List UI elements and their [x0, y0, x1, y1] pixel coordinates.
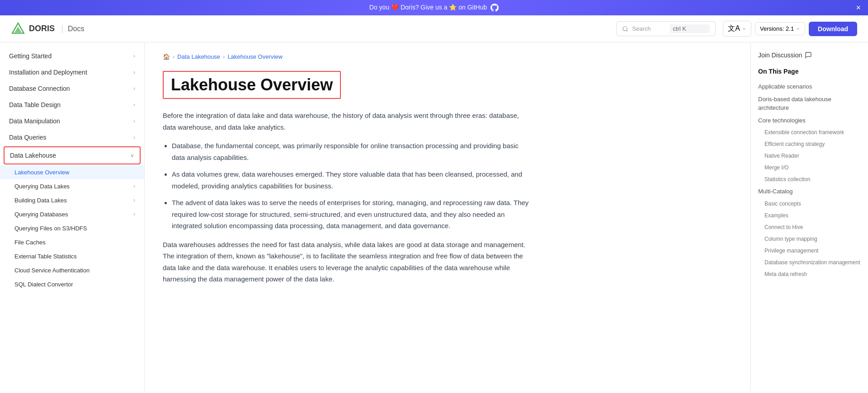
sidebar-item-label: Data Manipulation	[9, 117, 60, 125]
search-box[interactable]: Search ctrl K	[616, 21, 716, 36]
content-area: 🏠 › Data Lakehouse › Lakehouse Overview …	[145, 42, 750, 391]
on-this-page-title: On This Page	[758, 68, 861, 75]
toc-item-privilege-management[interactable]: Privilege management	[758, 245, 861, 257]
sidebar-child-cloud-service-auth[interactable]: Cloud Service Authentication	[0, 263, 144, 277]
toc-item-statistics-collection[interactable]: Statistics collection	[758, 173, 861, 185]
join-discussion-label: Join Discussion	[758, 51, 802, 59]
search-shortcut: ctrl K	[670, 24, 710, 33]
breadcrumb-home[interactable]: 🏠	[163, 53, 170, 60]
sidebar-item-label: Getting Started	[9, 52, 52, 60]
child-label: Lakehouse Overview	[14, 169, 69, 176]
breadcrumb-sep-1: ›	[173, 53, 175, 60]
doris-logo-icon	[11, 22, 25, 36]
content-body: Before the integration of data lake and …	[163, 110, 533, 285]
chevron-right-icon: ›	[133, 118, 135, 124]
sidebar-child-lakehouse-overview[interactable]: Lakehouse Overview	[0, 165, 144, 179]
toc-item-basic-concepts[interactable]: Basic concepts	[758, 198, 861, 210]
toc-item-examples[interactable]: Examples	[758, 210, 861, 221]
sidebar-item-label: Installation and Deployment	[9, 69, 87, 76]
breadcrumb-parent[interactable]: Data Lakehouse	[177, 53, 220, 60]
toc-item-core-technologies[interactable]: Core technologies	[758, 114, 861, 127]
bullet-text-2: As data volumes grew, data warehouses em…	[172, 170, 522, 190]
svg-point-2	[623, 27, 627, 31]
sidebar-child-building-data-lakes[interactable]: Building Data Lakes ›	[0, 193, 144, 207]
toc-item-column-type-mapping[interactable]: Column type mapping	[758, 233, 861, 245]
list-item-1: Database, the fundamental concept, was p…	[172, 140, 533, 163]
versions-button[interactable]: Versions: 2.1	[755, 22, 805, 35]
child-label: Querying Data Lakes	[14, 183, 70, 190]
sidebar-child-querying-files[interactable]: Querying Files on S3/HDFS	[0, 221, 144, 235]
bullet-text-1: Database, the fundamental concept, was p…	[172, 142, 519, 161]
join-discussion[interactable]: Join Discussion	[758, 51, 861, 59]
chevron-right-icon-child: ›	[133, 211, 135, 217]
header: DORIS Docs Search ctrl K 文A Versions: 2.…	[0, 15, 868, 42]
sidebar-child-querying-data-lakes[interactable]: Querying Data Lakes ›	[0, 179, 144, 193]
github-icon	[491, 4, 499, 12]
page-title-text: Lakehouse Overview	[163, 71, 341, 99]
sidebar-item-data-table-design[interactable]: Data Table Design ›	[0, 97, 144, 113]
translate-icon: 文A	[728, 24, 740, 33]
sidebar-child-sql-dialect[interactable]: SQL Dialect Convertor	[0, 277, 144, 291]
sidebar-child-querying-databases[interactable]: Querying Databases ›	[0, 207, 144, 221]
child-label: Querying Databases	[14, 211, 68, 218]
child-label: File Caches	[14, 239, 46, 246]
sidebar-child-file-caches[interactable]: File Caches	[0, 235, 144, 249]
right-sidebar: Join Discussion On This Page Applicable …	[750, 42, 868, 391]
breadcrumb-sep-2: ›	[223, 53, 225, 60]
toc-item-multi-catalog[interactable]: Multi-Catalog	[758, 185, 861, 198]
translate-button[interactable]: 文A	[723, 21, 751, 37]
chevron-right-icon-child: ›	[133, 197, 135, 203]
docs-label: Docs	[62, 25, 84, 33]
sidebar-item-data-lakehouse[interactable]: Data Lakehouse ∨	[4, 146, 141, 164]
sidebar-item-data-queries[interactable]: Data Queries ›	[0, 129, 144, 145]
toc-item-applicable-scenarios[interactable]: Applicable scenarios	[758, 80, 861, 93]
search-icon	[622, 26, 628, 32]
breadcrumb: 🏠 › Data Lakehouse › Lakehouse Overview	[163, 53, 732, 60]
child-label: SQL Dialect Convertor	[14, 281, 73, 288]
logo-area[interactable]: DORIS Docs	[11, 22, 84, 36]
top-banner: Do you ❤️ Doris? Give us a ⭐ on GitHub ×	[0, 0, 868, 15]
child-label: Building Data Lakes	[14, 197, 67, 204]
toc-item-extensible-connection[interactable]: Extensible connection framework	[758, 126, 861, 138]
download-button[interactable]: Download	[809, 22, 857, 36]
toc-item-merge-io[interactable]: Merge I/O	[758, 162, 861, 173]
toc-item-efficient-caching[interactable]: Efficient caching strategy	[758, 138, 861, 150]
sidebar-item-label: Data Lakehouse	[10, 152, 56, 159]
breadcrumb-current: Lakehouse Overview	[227, 53, 282, 60]
sidebar-item-getting-started[interactable]: Getting Started ›	[0, 48, 144, 64]
search-placeholder: Search	[632, 25, 666, 32]
sidebar: Getting Started › Installation and Deplo…	[0, 42, 145, 391]
chevron-right-icon: ›	[133, 69, 135, 75]
toc-item-connect-to-hive[interactable]: Connect to Hive	[758, 221, 861, 233]
sidebar-item-data-manipulation[interactable]: Data Manipulation ›	[0, 113, 144, 129]
sidebar-item-label: Data Table Design	[9, 101, 61, 108]
chevron-right-icon: ›	[133, 134, 135, 140]
discussion-icon	[805, 51, 812, 59]
sidebar-item-label: Data Queries	[9, 134, 46, 141]
list-item-3: The advent of data lakes was to serve th…	[172, 197, 533, 232]
toc-item-native-reader[interactable]: Native Reader	[758, 150, 861, 162]
toc-item-meta-data-refresh[interactable]: Meta data refresh	[758, 268, 861, 280]
versions-label: Versions: 2.1	[760, 25, 794, 32]
toc-item-db-sync-management[interactable]: Database synchronization management	[758, 257, 861, 268]
intro-paragraph: Before the integration of data lake and …	[163, 110, 533, 133]
child-label: External Table Statistics	[14, 253, 77, 260]
list-item-2: As data volumes grew, data warehouses em…	[172, 168, 533, 192]
sidebar-item-installation[interactable]: Installation and Deployment ›	[0, 64, 144, 80]
page-title: Lakehouse Overview	[163, 71, 732, 110]
sidebar-item-database-connection[interactable]: Database Connection ›	[0, 80, 144, 97]
sidebar-child-external-table-stats[interactable]: External Table Statistics	[0, 249, 144, 263]
conclusion-paragraph: Data warehouses addresses the need for f…	[163, 239, 533, 285]
chevron-right-icon: ›	[133, 102, 135, 108]
banner-text: Do you ❤️ Doris? Give us a ⭐ on GitHub	[369, 4, 499, 11]
child-label: Querying Files on S3/HDFS	[14, 225, 87, 232]
logo-text: DORIS	[29, 24, 55, 33]
chevron-right-icon: ›	[133, 53, 135, 59]
banner-close-button[interactable]: ×	[856, 3, 861, 13]
main-layout: Getting Started › Installation and Deplo…	[0, 42, 868, 391]
toc-item-doris-architecture[interactable]: Doris-based data lakehouse architecture	[758, 93, 861, 114]
chevron-down-icon-sidebar: ∨	[130, 152, 134, 159]
sidebar-item-label: Database Connection	[9, 85, 70, 92]
chevron-down-icon-2	[796, 27, 800, 31]
chevron-down-icon	[742, 27, 746, 31]
